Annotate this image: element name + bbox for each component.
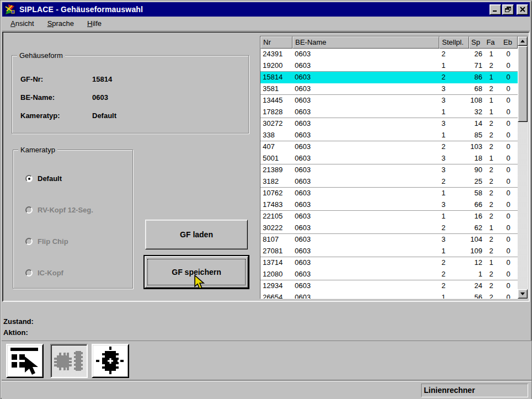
gf-speichern-button[interactable]: GF speichern [145, 256, 248, 288]
radio-button-icon [25, 175, 33, 182]
cell-fa: 2 [482, 199, 500, 210]
cell-sp: 103 [469, 141, 482, 153]
status-bar: Linienrechner [2, 381, 531, 399]
table-row[interactable]: 81070603310420 [260, 234, 518, 246]
cell-eb: 0 [500, 222, 517, 233]
radio-button-icon [25, 238, 33, 245]
app-icon-graphic [4, 3, 16, 15]
table-row[interactable]: 21389060339020 [260, 164, 518, 176]
table-row[interactable]: 270810603110920 [260, 246, 518, 257]
arrow-down-icon [520, 292, 525, 295]
menu-item-ansicht[interactable]: Ansicht [7, 17, 38, 30]
menu-item-hilfe[interactable]: Hilfe [84, 17, 105, 30]
cell-eb: 0 [500, 118, 517, 130]
table-row[interactable]: 19200060317120 [260, 60, 518, 72]
cell-eb: 0 [500, 107, 517, 118]
minimize-button[interactable] [490, 4, 501, 15]
close-button[interactable] [517, 4, 528, 15]
cell-stellpl: 2 [439, 269, 469, 280]
cell-sp: 58 [469, 188, 482, 199]
cell-eb: 0 [500, 164, 517, 176]
gf-laden-button[interactable]: GF laden [145, 220, 248, 249]
cell-fa: 2 [482, 130, 500, 141]
gehaeuseform-groupbox: Gehäuseform GF-Nr:15814BE-Name:0603Kamer… [12, 55, 249, 134]
table-row[interactable]: 24391060322610 [260, 49, 518, 60]
table-body: 2439106032261019200060317120158140603286… [260, 49, 518, 299]
table-row[interactable]: 134450603310810 [260, 95, 518, 107]
cell-stellpl: 2 [439, 141, 469, 153]
table-row[interactable]: 30222060326210 [260, 222, 518, 234]
cell-sp: 66 [469, 199, 482, 210]
scroll-up-button[interactable] [518, 36, 528, 46]
field-row: BE-Name:0603 [20, 88, 243, 107]
table-row[interactable]: 17828060313210 [260, 107, 518, 118]
table-row[interactable]: 22105060311620 [260, 211, 518, 222]
table-row[interactable]: 15814060328610 [260, 72, 518, 83]
scrollbar-thumb[interactable] [518, 46, 528, 122]
radio-button-icon [25, 206, 33, 214]
cell-be-name: 0603 [292, 269, 439, 280]
column-header-nr[interactable]: Nr [260, 36, 292, 49]
cell-sp: 68 [469, 83, 482, 94]
column-header-eb[interactable]: Eb [499, 37, 516, 48]
vertical-scrollbar[interactable] [518, 36, 528, 299]
cell-nr: 19200 [260, 60, 292, 71]
smd-components-button[interactable] [50, 344, 88, 378]
gehaeuseform-legend: Gehäuseform [17, 51, 65, 60]
component-centering-button[interactable] [92, 344, 129, 378]
cell-stellpl: 2 [439, 257, 469, 269]
column-header-fa[interactable]: Fa [482, 37, 499, 48]
column-header-sp[interactable]: Sp [470, 37, 482, 48]
table-row[interactable]: 10762060315820 [260, 188, 518, 199]
select-mode-button[interactable] [6, 344, 44, 378]
table-row[interactable]: 3581060336820 [260, 83, 518, 95]
table-row[interactable]: 1208006032120 [260, 269, 518, 280]
cell-fa: 2 [482, 211, 500, 222]
cell-nr: 22105 [260, 211, 292, 222]
restore-button[interactable] [502, 4, 514, 15]
menu-item-sprache[interactable]: Sprache [44, 17, 77, 30]
cell-sp: 62 [469, 222, 482, 233]
cell-sp: 56 [469, 292, 482, 299]
cell-fa: 1 [482, 222, 500, 233]
column-header-be-name[interactable]: BE-Name [292, 36, 439, 49]
table-row[interactable]: 30272060331420 [260, 118, 518, 130]
table-row[interactable]: 338060318520 [260, 130, 518, 141]
cell-nr: 13714 [260, 257, 292, 269]
app-icon[interactable] [4, 3, 16, 15]
cell-eb: 0 [500, 211, 517, 222]
radio-button-icon [25, 269, 33, 276]
arrow-up-icon [520, 40, 525, 42]
cell-be-name: 0603 [292, 72, 439, 83]
radio-option-default[interactable]: Default [25, 174, 62, 183]
cell-be-name: 0603 [292, 246, 439, 257]
cell-fa: 1 [482, 257, 500, 269]
field-value: 0603 [92, 93, 108, 102]
table-row[interactable]: 17483060336620 [260, 199, 518, 211]
cell-nr: 3182 [260, 176, 292, 187]
cell-eb: 0 [500, 280, 517, 292]
radio-label: IC-Kopf [38, 269, 63, 277]
radio-option-flip-chip: Flip Chip [25, 237, 68, 246]
column-header-stellpl[interactable]: Stellpl. [439, 36, 469, 49]
table-row[interactable]: 3182060322520 [260, 176, 518, 188]
cell-fa: 2 [482, 280, 500, 292]
table-row[interactable]: 5001060331810 [260, 153, 518, 164]
cell-be-name: 0603 [292, 257, 439, 269]
cell-fa: 2 [482, 269, 500, 280]
cell-sp: 86 [469, 72, 482, 83]
table-row[interactable]: 13714060321210 [260, 257, 518, 269]
cell-fa: 2 [482, 176, 500, 187]
column-header-group[interactable]: SpFaEb [469, 36, 518, 49]
cell-be-name: 0603 [292, 222, 439, 233]
cell-fa: 2 [482, 164, 500, 176]
table-row[interactable]: 4070603210320 [260, 141, 518, 153]
scroll-down-button[interactable] [518, 289, 528, 299]
field-row: Kameratyp:Default [20, 107, 243, 125]
table-row[interactable]: 26654060315620 [260, 292, 518, 299]
cell-stellpl: 1 [439, 130, 469, 141]
radio-option-ic-kopf: IC-Kopf [25, 269, 63, 277]
cell-be-name: 0603 [292, 280, 439, 292]
cell-be-name: 0603 [292, 199, 439, 210]
table-row[interactable]: 12934060322420 [260, 280, 518, 292]
